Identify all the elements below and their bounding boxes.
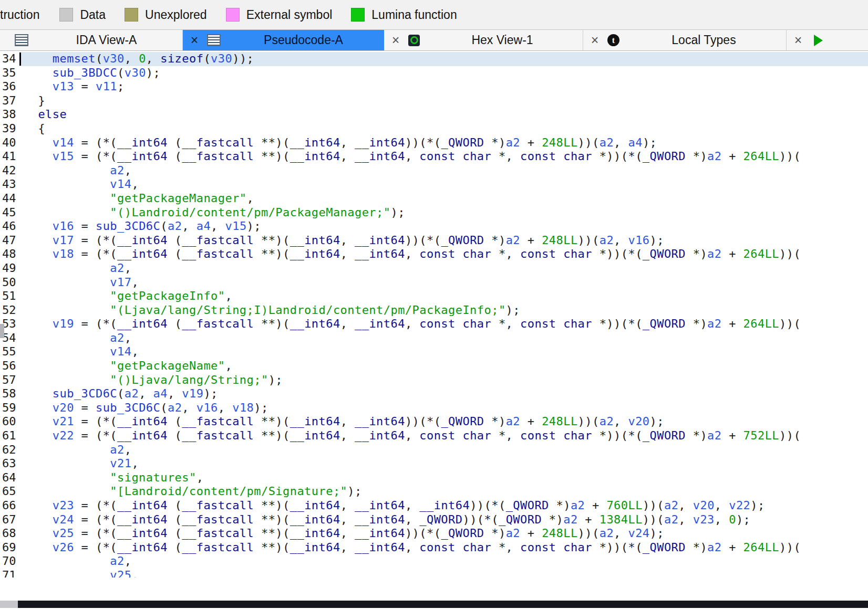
code-line[interactable]: 66 v23 = (*(__int64 (__fastcall **)(__in…: [0, 499, 868, 513]
line-number: 55: [0, 345, 19, 359]
legend-label-external-symbol: External symbol: [246, 8, 333, 22]
scrollbar-track[interactable]: [18, 601, 868, 608]
code-line[interactable]: 53 v19 = (*(__int64 (__fastcall **)(__in…: [0, 317, 868, 331]
code-line[interactable]: 38 else: [0, 108, 868, 122]
legend-label-instruction: truction: [0, 8, 39, 22]
code-text: "()Ljava/lang/String;");: [19, 373, 868, 387]
code-line[interactable]: 54 a2,: [0, 331, 868, 345]
close-tab-icon[interactable]: ×: [183, 30, 206, 50]
tab-local-types[interactable]: × t Local Types: [583, 30, 787, 50]
close-tab-icon[interactable]: ×: [384, 30, 407, 50]
line-number: 36: [0, 80, 19, 94]
legend-label-data: Data: [80, 8, 106, 22]
tab-scroll-right-icon[interactable]: [814, 35, 823, 46]
code-text: {: [19, 122, 868, 136]
line-number: 47: [0, 234, 19, 248]
code-line[interactable]: 68 v25 = (*(__int64 (__fastcall **)(__in…: [0, 527, 868, 541]
code-text: "signatures",: [19, 471, 868, 485]
code-line[interactable]: 43 v14,: [0, 177, 868, 192]
code-line[interactable]: 39 {: [0, 122, 868, 136]
code-text: memset(v30, 0, sizeof(v30));: [19, 52, 868, 66]
code-line[interactable]: 36 v13 = v11;: [0, 80, 868, 94]
code-text: "getPackageName",: [19, 359, 868, 373]
code-line[interactable]: 52 "(Ljava/lang/String;I)Landroid/conten…: [0, 303, 868, 318]
text-caret: [19, 52, 21, 66]
code-text: v15 = (*(__int64 (__fastcall **)(__int64…: [19, 150, 868, 164]
code-line[interactable]: 65 "[Landroid/content/pm/Signature;");: [0, 485, 868, 499]
line-number: 65: [0, 485, 19, 499]
code-line[interactable]: 58 sub_3CD6C(a2, a4, v19);: [0, 387, 868, 401]
code-line[interactable]: 71 v25,: [0, 569, 868, 578]
left-edge-marker: [0, 324, 4, 338]
code-line[interactable]: 61 v22 = (*(__int64 (__fastcall **)(__in…: [0, 429, 868, 443]
text-view-icon: [207, 34, 221, 46]
code-line[interactable]: 67 v24 = (*(__int64 (__fastcall **)(__in…: [0, 513, 868, 527]
code-text: v22 = (*(__int64 (__fastcall **)(__int64…: [19, 429, 868, 443]
line-number: 51: [0, 289, 19, 303]
tab-partial[interactable]: ×: [787, 30, 868, 50]
code-line[interactable]: 34 memset(v30, 0, sizeof(v30));: [0, 52, 868, 66]
code-text: v23 = (*(__int64 (__fastcall **)(__int64…: [19, 499, 868, 513]
code-line[interactable]: 64 "signatures",: [0, 471, 868, 485]
code-line[interactable]: 60 v21 = (*(__int64 (__fastcall **)(__in…: [0, 415, 868, 429]
code-text: v17,: [19, 276, 868, 290]
tab-pseudocode-a[interactable]: × Pseudocode-A: [183, 30, 384, 50]
line-number: 63: [0, 457, 19, 471]
code-line[interactable]: 56 "getPackageName",: [0, 359, 868, 373]
code-text: a2,: [19, 164, 868, 178]
code-line[interactable]: 40 v14 = (*(__int64 (__fastcall **)(__in…: [0, 136, 868, 150]
code-text: "(Ljava/lang/String;I)Landroid/content/p…: [19, 303, 868, 318]
code-text: v25,: [19, 569, 868, 578]
legend-label-unexplored: Unexplored: [145, 8, 207, 22]
code-line[interactable]: 44 "getPackageManager",: [0, 192, 868, 206]
close-tab-icon[interactable]: ×: [583, 30, 606, 50]
code-line[interactable]: 47 v17 = (*(__int64 (__fastcall **)(__in…: [0, 234, 868, 248]
hex-view-icon: [408, 35, 420, 46]
line-number: 57: [0, 373, 19, 387]
code-text: "getPackageManager",: [19, 192, 868, 206]
code-line[interactable]: 62 a2,: [0, 443, 868, 457]
unexplored-color-swatch: [125, 8, 138, 22]
code-text: a2,: [19, 331, 868, 345]
bottom-scrollbar[interactable]: [0, 601, 868, 608]
code-line[interactable]: 57 "()Ljava/lang/String;");: [0, 373, 868, 387]
code-line[interactable]: 63 v21,: [0, 457, 868, 471]
line-number: 38: [0, 108, 19, 122]
code-line[interactable]: 41 v15 = (*(__int64 (__fastcall **)(__in…: [0, 150, 868, 164]
code-line[interactable]: 42 a2,: [0, 164, 868, 178]
code-line[interactable]: 35 sub_3BDCC(v30);: [0, 66, 868, 80]
bottom-gap: [0, 578, 868, 601]
code-text: v21,: [19, 457, 868, 471]
code-text: }: [19, 94, 868, 108]
tab-ida-view-a[interactable]: IDA View-A: [0, 30, 183, 50]
code-text: v14 = (*(__int64 (__fastcall **)(__int64…: [19, 136, 868, 150]
tab-label-pseudocode-a: Pseudocode-A: [223, 33, 384, 47]
code-line[interactable]: 45 "()Landroid/content/pm/PackageManager…: [0, 206, 868, 220]
code-text: v20 = sub_3CD6C(a2, v16, v18);: [19, 401, 868, 415]
pseudocode-view[interactable]: 34 memset(v30, 0, sizeof(v30));35 sub_3B…: [0, 51, 868, 578]
legend-item-lumina-function: Lumina function: [351, 8, 457, 22]
code-line[interactable]: 37 }: [0, 94, 868, 108]
code-text: "()Landroid/content/pm/PackageManager;")…: [19, 206, 868, 220]
code-text: v17 = (*(__int64 (__fastcall **)(__int64…: [19, 234, 868, 248]
tab-label-hex-view-1: Hex View-1: [422, 33, 583, 47]
code-line[interactable]: 49 a2,: [0, 261, 868, 276]
code-line[interactable]: 55 v14,: [0, 345, 868, 359]
code-line[interactable]: 46 v16 = sub_3CD6C(a2, a4, v15);: [0, 219, 868, 234]
line-number: 68: [0, 527, 19, 541]
line-number: 60: [0, 415, 19, 429]
line-number: 46: [0, 219, 19, 234]
code-text: "getPackageInfo",: [19, 289, 868, 303]
tab-hex-view-1[interactable]: × Hex View-1: [384, 30, 583, 50]
code-line[interactable]: 50 v17,: [0, 276, 868, 290]
code-lines: 34 memset(v30, 0, sizeof(v30));35 sub_3B…: [0, 52, 868, 578]
legend-item-data: Data: [59, 8, 106, 22]
code-line[interactable]: 51 "getPackageInfo",: [0, 289, 868, 303]
code-line[interactable]: 48 v18 = (*(__int64 (__fastcall **)(__in…: [0, 247, 868, 261]
legend-item-external-symbol: External symbol: [226, 8, 333, 22]
code-line[interactable]: 59 v20 = sub_3CD6C(a2, v16, v18);: [0, 401, 868, 415]
color-legend-bar: truction Data Unexplored External symbol…: [0, 0, 868, 30]
code-line[interactable]: 69 v26 = (*(__int64 (__fastcall **)(__in…: [0, 541, 868, 555]
code-line[interactable]: 70 a2,: [0, 554, 868, 569]
close-tab-icon[interactable]: ×: [787, 30, 810, 50]
